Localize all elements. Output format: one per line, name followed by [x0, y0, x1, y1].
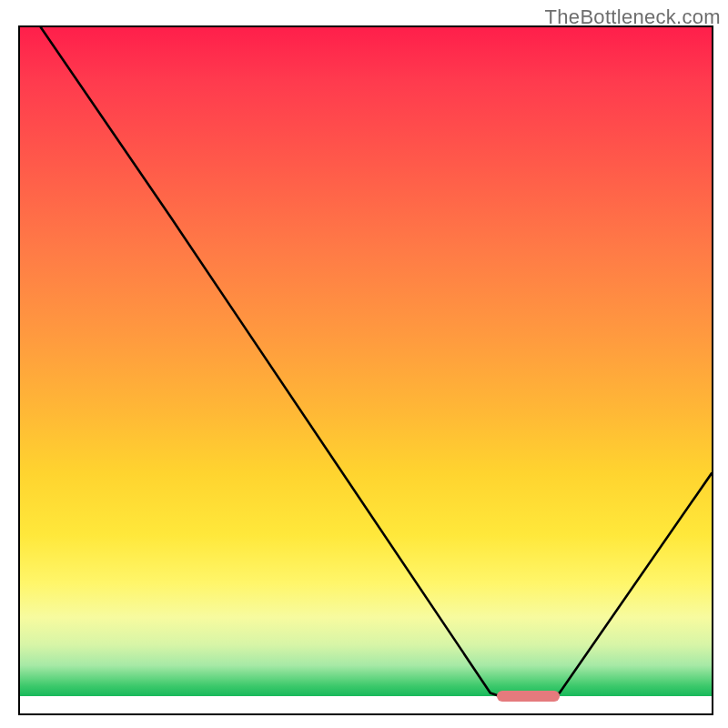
optimal-marker: [497, 691, 559, 702]
plot-frame: [18, 25, 713, 715]
watermark-text: TheBottleneck.com: [545, 5, 721, 29]
curve-path: [41, 27, 712, 698]
bottleneck-curve: [20, 27, 712, 713]
bottleneck-chart: TheBottleneck.com: [0, 0, 728, 728]
